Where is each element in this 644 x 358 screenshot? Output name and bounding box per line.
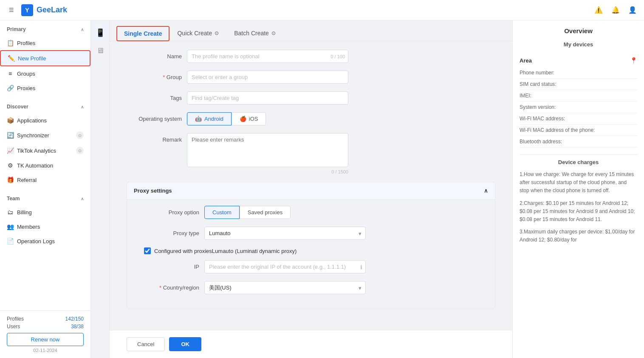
app-name: GeeLark xyxy=(37,6,67,14)
tk-automation-icon: ⚙ xyxy=(7,162,14,169)
system-version-label: System version: xyxy=(520,104,556,110)
sidebar-item-label: TikTok Analytics xyxy=(17,148,56,154)
custom-proxy-button[interactable]: Custom xyxy=(204,206,240,219)
sidebar-item-new-profile[interactable]: ✏️ New Profile xyxy=(0,50,90,66)
sidebar-date: 02-11-2024 xyxy=(7,348,84,353)
sidebar-primary-label: Primary xyxy=(7,26,26,32)
quick-create-label: Quick Create xyxy=(177,30,212,37)
sidebar-item-applications[interactable]: 📦 Applications xyxy=(0,113,90,128)
ok-button[interactable]: OK xyxy=(169,337,201,351)
renew-button[interactable]: Renew now xyxy=(7,333,84,346)
remark-input[interactable] xyxy=(187,133,348,167)
proxy-option-row: Proxy option Custom Saved proxies xyxy=(144,206,478,219)
sidebar-toggle-button[interactable]: ☰ xyxy=(7,6,16,15)
my-devices-label: My devices xyxy=(520,41,637,48)
topbar-icons: ⚠️ 🔔 👤 xyxy=(594,6,637,15)
create-tabs-header: Single Create Quick Create ⊙ Batch Creat… xyxy=(110,20,512,41)
sidebar-item-groups[interactable]: ≡ Groups xyxy=(0,66,90,81)
proxy-option-label: Proxy option xyxy=(144,206,199,216)
android-label: Android xyxy=(204,116,223,122)
proxy-option-buttons-wrapper: Custom Saved proxies xyxy=(204,206,366,219)
tags-label: Tags xyxy=(127,91,182,101)
proxy-settings-label: Proxy settings xyxy=(134,188,172,194)
single-create-label: Single Create xyxy=(124,30,162,37)
ios-icon: 🍎 xyxy=(240,116,246,122)
name-input[interactable] xyxy=(187,50,348,63)
charge-text-2: 2.Charges: $0.10 per 15 minutes for Andr… xyxy=(520,199,637,224)
ip-info-icon[interactable]: ℹ xyxy=(360,264,362,270)
ip-input[interactable] xyxy=(204,260,366,273)
sidebar-item-tiktok-analytics[interactable]: 📈 TikTok Analytics ⊙ xyxy=(0,143,90,158)
sidebar-item-label: Referral xyxy=(17,177,37,183)
sidebar-primary-header[interactable]: Primary ∧ xyxy=(0,23,90,36)
tags-input[interactable] xyxy=(187,91,348,105)
charge-text-1: 1.How we charge: We charge for every 15 … xyxy=(520,170,637,195)
quick-create-icon: ⊙ xyxy=(215,30,219,36)
ip-label: IP xyxy=(144,260,199,270)
phone-number-label: Phone number: xyxy=(520,70,554,76)
os-row: Operating system 🤖 Android 🍎 iOS xyxy=(127,112,495,125)
group-input[interactable] xyxy=(187,71,348,84)
device-charges-title: Device charges xyxy=(520,154,637,165)
sidebar-item-tk-automation[interactable]: ⚙ TK Automation xyxy=(0,158,90,173)
mobile-device-tab[interactable]: 📱 xyxy=(93,26,107,40)
saved-proxies-button[interactable]: Saved proxies xyxy=(240,206,291,219)
operation-logs-icon: 📄 xyxy=(7,238,14,244)
name-field-wrapper: 0 / 100 xyxy=(187,50,348,63)
tab-quick-create[interactable]: Quick Create ⊙ xyxy=(169,26,226,41)
remark-row: Remark 0 / 1500 xyxy=(127,133,495,174)
desktop-device-tab[interactable]: 🖥 xyxy=(93,43,107,58)
imei-row: IMEI: xyxy=(520,90,637,102)
topbar: ☰ Y GeeLark ⚠️ 🔔 👤 xyxy=(0,0,644,20)
sidebar-discover-header[interactable]: Discover ∧ xyxy=(0,100,90,113)
sidebar-item-operation-logs[interactable]: 📄 Operation Logs xyxy=(0,234,90,248)
alert-icon[interactable]: ⚠️ xyxy=(594,6,603,15)
tab-batch-create[interactable]: Batch Create ⊙ xyxy=(226,26,283,41)
sidebar-item-synchronizer[interactable]: 🔄 Synchronizer ⊙ xyxy=(0,128,90,143)
remark-count: 0 / 1500 xyxy=(187,169,348,174)
overview-panel: Overview My devices Area 📍 Phone number:… xyxy=(512,20,644,358)
layout: Primary ∧ 📋 Profiles ✏️ New Profile ≡ Gr… xyxy=(0,20,644,358)
proxy-type-select[interactable]: Lumauto HTTP SOCKS5 SSH xyxy=(204,227,366,240)
sidebar-item-billing[interactable]: 🗂 Billing xyxy=(0,205,90,219)
name-row: Name 0 / 100 xyxy=(127,50,495,63)
sidebar-item-label: New Profile xyxy=(18,55,46,62)
sidebar-item-profiles[interactable]: 📋 Profiles xyxy=(0,36,90,50)
sidebar-item-referral[interactable]: 🎁 Referral xyxy=(0,173,90,187)
team-chevron-icon: ∧ xyxy=(81,196,84,201)
sidebar-team-header[interactable]: Team ∧ xyxy=(0,192,90,205)
sim-status-label: SIM card status: xyxy=(520,81,556,87)
billing-icon: 🗂 xyxy=(7,209,14,216)
batch-create-label: Batch Create xyxy=(234,30,269,37)
bell-icon[interactable]: 🔔 xyxy=(611,6,620,15)
proxy-type-select-wrapper: Lumauto HTTP SOCKS5 SSH xyxy=(204,227,366,240)
sidebar-item-proxies[interactable]: 🔗 Proxies xyxy=(0,81,90,95)
users-label: Users xyxy=(7,324,20,330)
country-select[interactable]: 美国(US) United Kingdom(UK) Canada(CA) Aus… xyxy=(204,281,366,294)
tab-single-create[interactable]: Single Create xyxy=(116,26,169,41)
proxy-checkbox[interactable] xyxy=(144,247,151,254)
sidebar-footer: Profiles 142/150 Users 38/38 Renew now 0… xyxy=(0,310,90,358)
sidebar-item-members[interactable]: 👥 Members xyxy=(0,219,90,234)
proxy-settings-header[interactable]: Proxy settings ∧ xyxy=(127,182,495,199)
ios-os-button[interactable]: 🍎 iOS xyxy=(232,112,266,125)
proxy-settings-section: Proxy settings ∧ Proxy option Custom S xyxy=(127,182,495,309)
sidebar-item-label: Applications xyxy=(17,117,47,124)
group-row: Group xyxy=(127,71,495,84)
profiles-value: 142/150 xyxy=(65,316,84,322)
cancel-button[interactable]: Cancel xyxy=(127,337,165,351)
os-buttons-wrapper: 🤖 Android 🍎 iOS xyxy=(187,112,348,125)
phone-number-row: Phone number: xyxy=(520,67,637,79)
members-icon: 👥 xyxy=(7,223,14,230)
wifi-mac-phone-label: Wi-Fi MAC address of the phone: xyxy=(520,127,595,133)
overview-title: Overview xyxy=(520,27,637,34)
referral-icon: 🎁 xyxy=(7,176,14,183)
sim-status-row: SIM card status: xyxy=(520,79,637,90)
wifi-mac-label: Wi-Fi MAC address: xyxy=(520,116,565,122)
user-icon[interactable]: 👤 xyxy=(628,6,637,15)
sidebar-item-label: TK Automation xyxy=(17,162,53,169)
os-label: Operating system xyxy=(127,112,182,122)
android-os-button[interactable]: 🤖 Android xyxy=(187,112,232,125)
synchronizer-icon: 🔄 xyxy=(7,132,14,139)
sidebar-item-label: Billing xyxy=(17,209,32,216)
